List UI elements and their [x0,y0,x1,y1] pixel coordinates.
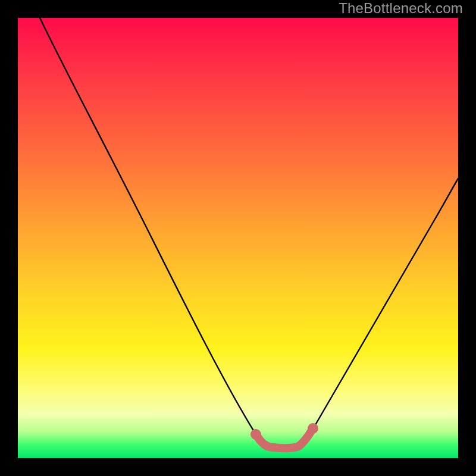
valley-highlight [256,428,313,448]
chart-frame: TheBottleneck.com [0,0,476,476]
valley-dot-right [308,423,318,434]
bottleneck-curve [40,18,458,448]
watermark-text: TheBottleneck.com [339,0,463,17]
curve-layer [18,18,458,458]
valley-dot-left [250,429,261,440]
plot-area [18,18,458,458]
